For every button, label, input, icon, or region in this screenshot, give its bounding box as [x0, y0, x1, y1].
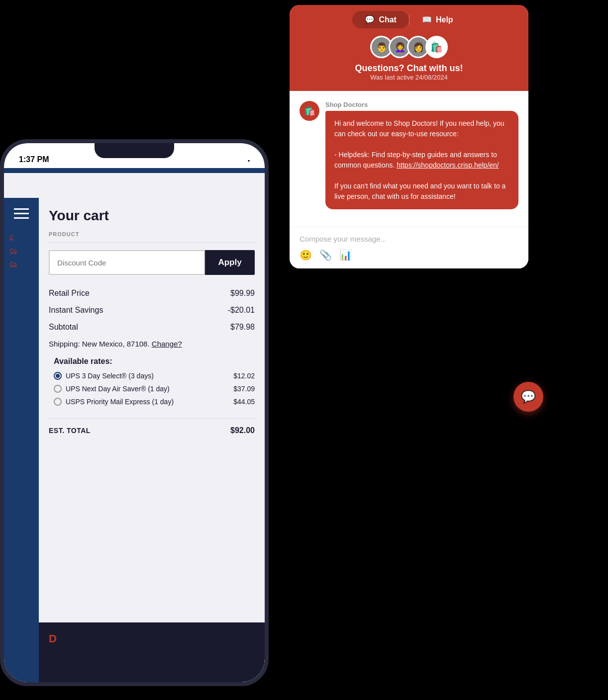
- emoji-icon[interactable]: 🙂: [300, 249, 312, 261]
- chat-message-row: 🛍️ Shop Doctors Hi and welcome to Shop D…: [300, 101, 518, 209]
- rate-option-2[interactable]: UPS Next Day Air Saver® (1 day) $37.09: [54, 385, 255, 393]
- sidebar-link-2[interactable]: Co: [10, 248, 37, 254]
- chat-body: 🛍️ Shop Doctors Hi and welcome to Shop D…: [290, 91, 528, 268]
- bottom-dark-section: D: [39, 622, 265, 682]
- help-tab-label: Help: [436, 15, 453, 24]
- rate-price-2: $37.09: [233, 385, 255, 393]
- sidebar-link-1[interactable]: C: [10, 234, 37, 240]
- floating-chat-icon: 💬: [521, 390, 536, 404]
- floating-chat-button[interactable]: 💬: [513, 382, 543, 412]
- chat-avatars: 👨 👩‍🦱 👩 🛍️: [300, 36, 518, 58]
- retail-value: $99.99: [230, 289, 255, 298]
- rate-price-1: $12.02: [233, 372, 255, 380]
- rate-left-1: UPS 3 Day Select® (3 days): [54, 372, 154, 380]
- avatar-bag: 🛍️: [425, 36, 448, 58]
- chat-tab-icon: 💬: [365, 15, 375, 24]
- attachment-icon[interactable]: 📎: [319, 249, 332, 261]
- bottom-dark-text: D: [49, 632, 57, 645]
- subtotal-value: $79.98: [230, 323, 255, 332]
- product-label: PRODUCT: [49, 231, 255, 237]
- shipping-change-link[interactable]: Change?: [152, 340, 182, 348]
- shipping-text: Shipping: New Mexico, 87108.: [49, 340, 150, 348]
- shipping-row: Shipping: New Mexico, 87108. Change?: [49, 336, 255, 352]
- chat-header: 💬 Chat 📖 Help 👨 👩‍🦱 👩 🛍️ Questions? Chat…: [290, 5, 528, 91]
- helpdesk-link[interactable]: https://shopdoctors.crisp.help/en/: [397, 161, 499, 169]
- battery-icon: ▪: [248, 157, 250, 164]
- cart-title: Your cart: [49, 208, 255, 224]
- status-icons: ▪: [248, 157, 250, 164]
- savings-value: -$20.01: [228, 306, 255, 315]
- rate-option-1[interactable]: UPS 3 Day Select® (3 days) $12.02: [54, 372, 255, 380]
- discount-section: Apply: [49, 250, 255, 275]
- est-value: $92.00: [230, 426, 255, 435]
- est-label: EST. TOTAL: [49, 427, 91, 435]
- chat-hero: 👨 👩‍🦱 👩 🛍️ Questions? Chat with us! Was …: [290, 28, 528, 91]
- retail-label: Retail Price: [49, 289, 90, 298]
- est-total-row: EST. TOTAL $92.00: [49, 418, 255, 442]
- rate-price-3: $44.05: [233, 398, 255, 406]
- savings-label: Instant Savings: [49, 306, 103, 315]
- audio-icon[interactable]: 📊: [339, 249, 352, 261]
- apply-button[interactable]: Apply: [205, 250, 255, 275]
- rate-left-2: UPS Next Day Air Saver® (1 day): [54, 385, 170, 393]
- chat-widget: 💬 Chat 📖 Help 👨 👩‍🦱 👩 🛍️ Questions? Chat…: [290, 5, 528, 268]
- tab-help[interactable]: 📖 Help: [409, 11, 466, 28]
- chat-tabs: 💬 Chat 📖 Help: [290, 5, 528, 28]
- divider-1: [49, 242, 255, 243]
- rate-label-3: USPS Priority Mail Express (1 day): [66, 398, 174, 406]
- retail-price-row: Retail Price $99.99: [49, 285, 255, 302]
- chat-hero-subtitle: Was last active 24/08/2024: [300, 74, 518, 81]
- sidebar-links: C Co Co: [6, 234, 37, 267]
- rate-option-3[interactable]: USPS Priority Mail Express (1 day) $44.0…: [54, 398, 255, 406]
- phone-screen: 1:37 PM ▪ C Co Co Your cart PRODUCT App: [4, 143, 265, 682]
- compose-placeholder[interactable]: Compose your message...: [300, 235, 518, 243]
- rate-radio-2[interactable]: [54, 385, 62, 393]
- chat-hero-title: Questions? Chat with us!: [300, 63, 518, 74]
- subtotal-row: Subtotal $79.98: [49, 319, 255, 336]
- tab-chat[interactable]: 💬 Chat: [352, 11, 409, 28]
- rate-radio-3[interactable]: [54, 398, 62, 406]
- message-sender: Shop Doctors: [325, 101, 518, 108]
- message-bubble: Hi and welcome to Shop Doctors! If you n…: [325, 111, 518, 209]
- rate-label-1: UPS 3 Day Select® (3 days): [66, 372, 154, 380]
- chat-tab-label: Chat: [379, 15, 397, 24]
- status-time: 1:37 PM: [19, 155, 49, 164]
- subtotal-label: Subtotal: [49, 323, 78, 332]
- savings-row: Instant Savings -$20.01: [49, 302, 255, 319]
- rates-title: Available rates:: [54, 357, 255, 366]
- message-content: Shop Doctors Hi and welcome to Shop Doct…: [325, 101, 518, 209]
- chat-input-area: Compose your message... 🙂 📎 📊: [290, 227, 528, 268]
- rate-radio-1[interactable]: [54, 372, 62, 380]
- discount-input[interactable]: [49, 250, 205, 275]
- sidebar-link-3[interactable]: Co: [10, 261, 37, 267]
- phone-notch: [95, 143, 174, 158]
- menu-icon[interactable]: [14, 213, 29, 214]
- rate-label-2: UPS Next Day Air Saver® (1 day): [66, 385, 170, 393]
- rate-left-3: USPS Priority Mail Express (1 day): [54, 398, 174, 406]
- chat-toolbar: 🙂 📎 📊: [300, 249, 518, 261]
- chat-message-area: 🛍️ Shop Doctors Hi and welcome to Shop D…: [290, 91, 528, 227]
- help-tab-icon: 📖: [422, 15, 432, 24]
- shop-avatar: 🛍️: [300, 101, 319, 121]
- cart-main: Your cart PRODUCT Apply Retail Price $99…: [39, 198, 265, 682]
- phone-mockup: 1:37 PM ▪ C Co Co Your cart PRODUCT App: [0, 139, 269, 686]
- available-rates: Available rates: UPS 3 Day Select® (3 da…: [49, 352, 255, 416]
- sidebar-strip: C Co Co: [4, 198, 39, 682]
